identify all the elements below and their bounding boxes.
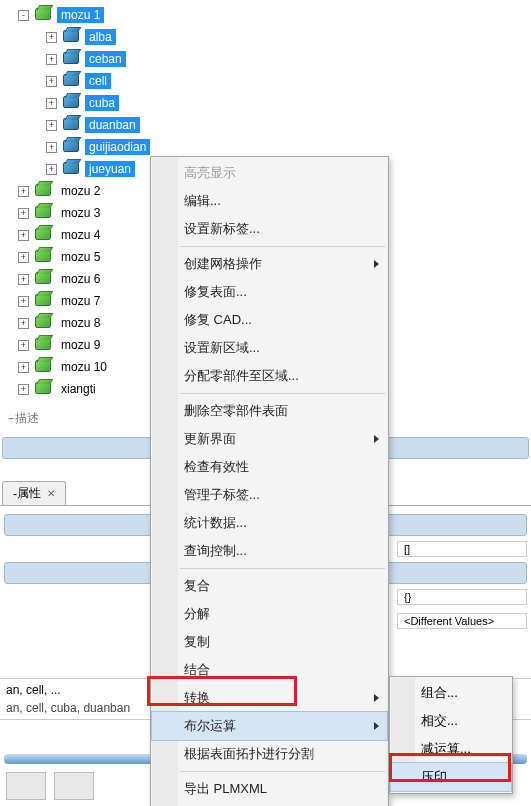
menu-item-statistics[interactable]: 统计数据... bbox=[152, 509, 387, 537]
tree-node-root[interactable]: - mozu 1 bbox=[18, 4, 531, 26]
menu-label: 复合 bbox=[184, 577, 210, 595]
menu-item-boolean[interactable]: 布尔运算 bbox=[152, 712, 387, 740]
menu-item-set-region[interactable]: 设置新区域... bbox=[152, 334, 387, 362]
node-label[interactable]: mozu 3 bbox=[57, 205, 104, 221]
expander-icon[interactable]: + bbox=[46, 54, 57, 65]
expander-icon[interactable]: + bbox=[18, 384, 29, 395]
menu-item-explode[interactable]: 分解 bbox=[152, 600, 387, 628]
submenu-item-imprint[interactable]: 压印... bbox=[391, 763, 511, 791]
menu-item-transform[interactable]: 转换 bbox=[152, 684, 387, 712]
properties-tab[interactable]: - 属性 ✕ bbox=[2, 481, 66, 505]
part-icon bbox=[63, 138, 81, 156]
tree-node[interactable]: +alba bbox=[46, 26, 531, 48]
describe-label: 描述 bbox=[12, 411, 39, 425]
assembly-icon bbox=[35, 226, 53, 244]
node-label[interactable]: mozu 4 bbox=[57, 227, 104, 243]
submenu-item-subtract[interactable]: 减运算... bbox=[391, 735, 511, 763]
menu-label: 删除空零部件表面 bbox=[184, 402, 288, 420]
expander-icon[interactable]: + bbox=[46, 142, 57, 153]
submenu-item-unite[interactable]: 组合... bbox=[391, 679, 511, 707]
menu-item-delete-empty-surfaces[interactable]: 删除空零部件表面 bbox=[152, 397, 387, 425]
menu-item-repair-cad[interactable]: 修复 CAD... bbox=[152, 306, 387, 334]
menu-item-edit[interactable]: 编辑... bbox=[152, 187, 387, 215]
tree-node[interactable]: +cuba bbox=[46, 92, 531, 114]
menu-label: 组合... bbox=[421, 685, 458, 700]
node-label[interactable]: xiangti bbox=[57, 381, 100, 397]
node-label[interactable]: guijiaodian bbox=[85, 139, 150, 155]
node-label[interactable]: cuba bbox=[85, 95, 119, 111]
expander-icon[interactable]: + bbox=[18, 340, 29, 351]
menu-label: 转换 bbox=[184, 689, 210, 707]
tree-node[interactable]: +ceban bbox=[46, 48, 531, 70]
boolean-submenu: 组合... 相交... 减运算... 压印... bbox=[389, 676, 513, 794]
property-value[interactable]: [] bbox=[397, 541, 527, 557]
expander-icon[interactable]: + bbox=[46, 32, 57, 43]
menu-label: 减运算... bbox=[421, 741, 471, 756]
expander-icon[interactable]: + bbox=[18, 318, 29, 329]
menu-label: 高亮显示 bbox=[184, 164, 236, 182]
menu-item-manage-subtags[interactable]: 管理子标签... bbox=[152, 481, 387, 509]
node-label[interactable]: ceban bbox=[85, 51, 126, 67]
menu-item-combine[interactable]: 结合 bbox=[152, 656, 387, 684]
expander-icon[interactable]: + bbox=[46, 98, 57, 109]
menu-item-export-plmxml[interactable]: 导出 PLMXML bbox=[152, 775, 387, 803]
menu-label: 设置新标签... bbox=[184, 220, 260, 238]
menu-item-repair-surface[interactable]: 修复表面... bbox=[152, 278, 387, 306]
menu-label: 复制 bbox=[184, 633, 210, 651]
expander-icon[interactable]: + bbox=[18, 362, 29, 373]
property-value[interactable]: <Different Values> bbox=[397, 613, 527, 629]
expander-icon[interactable]: + bbox=[46, 76, 57, 87]
menu-item-check-validity[interactable]: 检查有效性 bbox=[152, 453, 387, 481]
expander-icon[interactable]: + bbox=[18, 296, 29, 307]
node-label[interactable]: mozu 10 bbox=[57, 359, 111, 375]
chevron-right-icon bbox=[374, 694, 379, 702]
chevron-right-icon bbox=[374, 722, 379, 730]
menu-label: 检查有效性 bbox=[184, 458, 249, 476]
menu-label: 统计数据... bbox=[184, 514, 247, 532]
node-label[interactable]: mozu 5 bbox=[57, 249, 104, 265]
thumbnail[interactable] bbox=[6, 772, 46, 800]
tree-node[interactable]: +duanban bbox=[46, 114, 531, 136]
node-label[interactable]: mozu 7 bbox=[57, 293, 104, 309]
menu-item-assign-parts-region[interactable]: 分配零部件至区域... bbox=[152, 362, 387, 390]
menu-label: 分配零部件至区域... bbox=[184, 367, 299, 385]
menu-item-set-new-tag[interactable]: 设置新标签... bbox=[152, 215, 387, 243]
thumbnail[interactable] bbox=[54, 772, 94, 800]
expander-icon[interactable]: - bbox=[18, 10, 29, 21]
menu-label: 结合 bbox=[184, 661, 210, 679]
submenu-item-intersect[interactable]: 相交... bbox=[391, 707, 511, 735]
close-icon[interactable]: ✕ bbox=[47, 488, 55, 499]
tree-node[interactable]: +cell bbox=[46, 70, 531, 92]
node-label[interactable]: duanban bbox=[85, 117, 140, 133]
expander-icon[interactable]: + bbox=[46, 120, 57, 131]
expander-icon[interactable]: + bbox=[18, 252, 29, 263]
menu-label: 编辑... bbox=[184, 192, 221, 210]
node-label[interactable]: jueyuan bbox=[85, 161, 135, 177]
expander-icon[interactable]: + bbox=[18, 186, 29, 197]
menu-separator bbox=[180, 246, 385, 247]
property-value[interactable]: {} bbox=[397, 589, 527, 605]
menu-label: 修复 CAD... bbox=[184, 311, 252, 329]
node-label[interactable]: mozu 2 bbox=[57, 183, 104, 199]
menu-item-update-interfaces[interactable]: 更新界面 bbox=[152, 425, 387, 453]
menu-item-composite[interactable]: 复合 bbox=[152, 572, 387, 600]
node-label[interactable]: cell bbox=[85, 73, 111, 89]
menu-label: 分解 bbox=[184, 605, 210, 623]
node-label[interactable]: alba bbox=[85, 29, 116, 45]
menu-item-duplicate[interactable]: 复制 bbox=[152, 628, 387, 656]
node-label[interactable]: mozu 1 bbox=[57, 7, 104, 23]
assembly-icon bbox=[35, 270, 53, 288]
node-label[interactable]: mozu 6 bbox=[57, 271, 104, 287]
assembly-icon bbox=[35, 182, 53, 200]
expander-icon[interactable]: + bbox=[18, 230, 29, 241]
node-label[interactable]: mozu 9 bbox=[57, 337, 104, 353]
menu-item-mesh-op[interactable]: 创建网格操作 bbox=[152, 250, 387, 278]
expander-icon[interactable]: + bbox=[46, 164, 57, 175]
expander-icon[interactable]: + bbox=[18, 274, 29, 285]
menu-item-query-control[interactable]: 查询控制... bbox=[152, 537, 387, 565]
expander-icon[interactable]: + bbox=[18, 208, 29, 219]
tree-node[interactable]: +guijiaodian bbox=[46, 136, 531, 158]
assembly-icon bbox=[35, 292, 53, 310]
node-label[interactable]: mozu 8 bbox=[57, 315, 104, 331]
menu-item-split-by-topology[interactable]: 根据表面拓扑进行分割 bbox=[152, 740, 387, 768]
